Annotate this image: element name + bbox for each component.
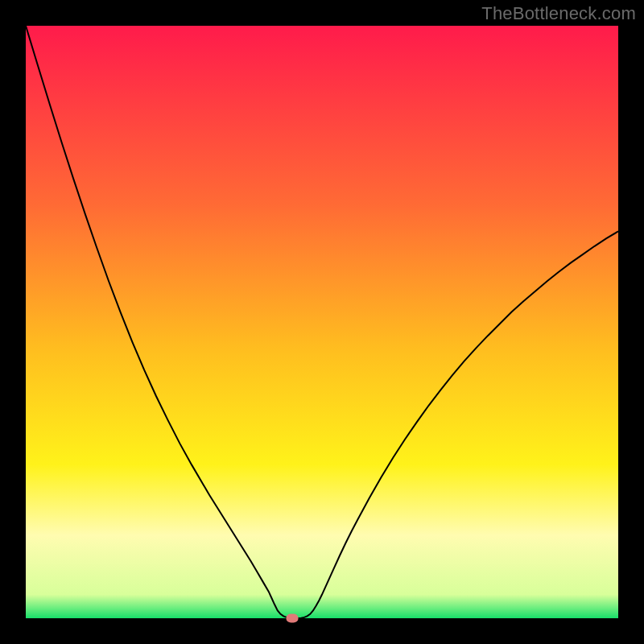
minimum-dot-icon: [287, 614, 299, 623]
plot-area: [26, 26, 618, 618]
bottleneck-curve: [26, 26, 618, 618]
watermark-text: TheBottleneck.com: [481, 3, 636, 24]
chart-frame: TheBottleneck.com: [0, 0, 644, 644]
